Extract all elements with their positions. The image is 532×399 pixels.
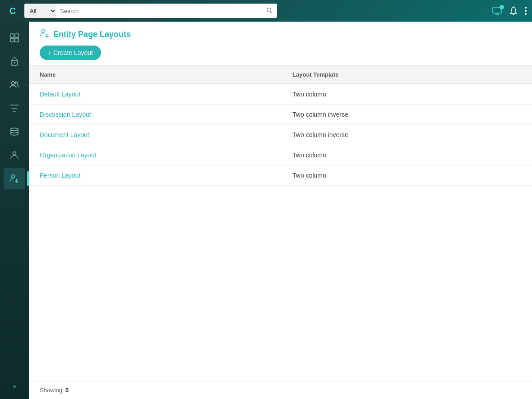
topbar-actions (492, 6, 527, 15)
layout-name-cell[interactable]: Discussion Layout (29, 105, 282, 125)
sidebar-item-group[interactable] (4, 144, 25, 166)
table-footer: Showing 5 (29, 381, 532, 399)
entity-layouts-icon (40, 29, 50, 40)
content-area: Entity Page Layouts + Create Layout Name… (29, 22, 532, 399)
table-row: Organization LayoutTwo column (29, 145, 532, 165)
svg-point-7 (525, 10, 527, 12)
search-button[interactable] (262, 4, 277, 18)
svg-point-6 (525, 7, 527, 9)
svg-point-8 (525, 13, 527, 15)
search-filter-select[interactable]: All Name Type (24, 4, 56, 18)
bell-button[interactable] (509, 6, 518, 15)
svg-rect-12 (15, 38, 19, 42)
table-row: Document LayoutTwo column inverse (29, 125, 532, 145)
svg-point-19 (12, 175, 15, 178)
sidebar-item-database[interactable] (4, 121, 25, 142)
layout-name-cell[interactable]: Organization Layout (29, 145, 282, 165)
layout-template-cell: Two column (282, 165, 532, 186)
layout-template-cell: Two column inverse (282, 125, 532, 145)
create-layout-button[interactable]: + Create Layout (40, 46, 101, 60)
showing-count: 5 (65, 387, 69, 394)
layout-name-cell[interactable]: Person Layout (29, 165, 282, 186)
page-title: Entity Page Layouts (53, 30, 131, 39)
sidebar-item-people[interactable] (4, 74, 25, 96)
layout-template-cell: Two column inverse (282, 105, 532, 125)
svg-line-1 (271, 11, 273, 13)
table-row: Person LayoutTwo column (29, 165, 532, 186)
search-wrapper: All Name Type (24, 4, 277, 18)
table-wrapper: Name Layout Template Default LayoutTwo c… (29, 66, 532, 381)
sidebar: » (0, 22, 29, 399)
svg-point-17 (11, 128, 18, 131)
more-button[interactable] (525, 7, 527, 15)
svg-point-5 (513, 14, 514, 15)
page-title-row: Entity Page Layouts (40, 29, 521, 40)
main-layout: » Entity Page Layouts + Create Layout (0, 22, 532, 399)
svg-rect-11 (10, 38, 14, 42)
svg-point-20 (16, 179, 18, 180)
svg-rect-10 (15, 34, 19, 37)
layout-name-cell[interactable]: Document Layout (29, 125, 282, 145)
sidebar-bottom: » (4, 379, 25, 394)
table-header-row: Name Layout Template (29, 66, 532, 84)
layout-name-cell[interactable]: Default Layout (29, 84, 282, 105)
svg-point-14 (14, 62, 15, 64)
page-header: Entity Page Layouts + Create Layout (29, 22, 532, 66)
search-input[interactable] (56, 4, 262, 18)
svg-point-22 (46, 34, 48, 35)
svg-point-21 (42, 30, 45, 33)
col-name: Name (29, 66, 282, 84)
sidebar-expand-button[interactable]: » (4, 379, 25, 394)
layout-template-cell: Two column (282, 84, 532, 105)
svg-point-16 (16, 82, 18, 84)
monitor-button[interactable] (492, 7, 502, 15)
svg-point-15 (12, 82, 15, 85)
monitor-badge (500, 5, 504, 9)
sidebar-item-lock[interactable] (4, 50, 25, 72)
sidebar-item-dashboard[interactable] (4, 27, 25, 49)
svg-rect-9 (10, 34, 14, 37)
table-row: Default LayoutTwo column (29, 84, 532, 105)
layouts-table: Name Layout Template Default LayoutTwo c… (29, 66, 532, 186)
col-template: Layout Template (282, 66, 532, 84)
app-logo: C (5, 4, 20, 18)
showing-label: Showing (40, 387, 62, 394)
sidebar-item-entity-layouts[interactable] (4, 168, 25, 189)
sidebar-item-filter[interactable] (4, 97, 25, 119)
svg-point-18 (13, 152, 16, 155)
layout-template-cell: Two column (282, 145, 532, 165)
table-row: Discussion LayoutTwo column inverse (29, 105, 532, 125)
topbar: C All Name Type (0, 0, 532, 22)
